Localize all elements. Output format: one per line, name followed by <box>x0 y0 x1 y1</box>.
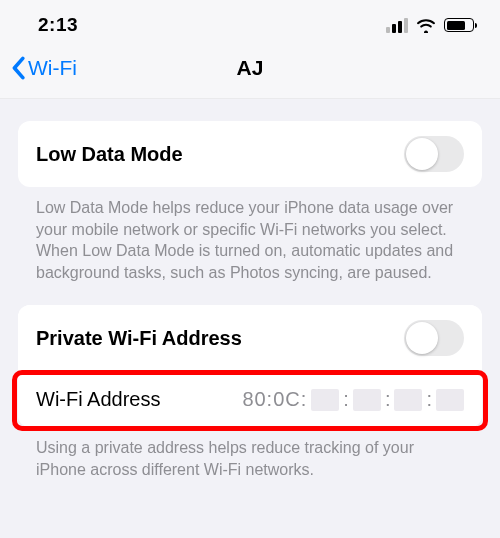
chevron-left-icon <box>10 56 26 80</box>
card-private-address: Private Wi-Fi Address Wi-Fi Address 80:0… <box>18 305 482 427</box>
row-label-wifi-address: Wi-Fi Address <box>36 388 160 411</box>
mac-sep: : <box>343 388 349 411</box>
mac-redacted-octet <box>353 389 381 411</box>
wifi-mac-address-value: 80:0C: : : : <box>242 388 464 411</box>
mac-sep: : <box>426 388 432 411</box>
row-low-data-mode: Low Data Mode <box>18 121 482 187</box>
back-button[interactable]: Wi-Fi <box>10 56 77 80</box>
status-time: 2:13 <box>38 14 78 36</box>
mac-sep: : <box>385 388 391 411</box>
group-low-data: Low Data Mode Low Data Mode helps reduce… <box>18 121 482 283</box>
status-icons <box>386 17 474 33</box>
row-private-wifi-address: Private Wi-Fi Address <box>18 305 482 371</box>
row-label-low-data: Low Data Mode <box>36 143 183 166</box>
mac-prefix: 80:0C: <box>242 388 307 411</box>
nav-header: Wi-Fi AJ <box>0 46 500 99</box>
toggle-knob <box>406 322 438 354</box>
status-bar: 2:13 <box>0 0 500 46</box>
back-label: Wi-Fi <box>28 56 77 80</box>
toggle-knob <box>406 138 438 170</box>
toggle-private-wifi-address[interactable] <box>404 320 464 356</box>
toggle-low-data-mode[interactable] <box>404 136 464 172</box>
footer-private-address: Using a private address helps reduce tra… <box>18 427 482 480</box>
group-private-address: Private Wi-Fi Address Wi-Fi Address 80:0… <box>18 305 482 480</box>
mac-redacted-octet <box>436 389 464 411</box>
battery-icon <box>444 18 474 32</box>
mac-redacted-octet <box>394 389 422 411</box>
cellular-signal-icon <box>386 18 408 33</box>
card-low-data: Low Data Mode <box>18 121 482 187</box>
row-label-private-wifi: Private Wi-Fi Address <box>36 327 242 350</box>
mac-redacted-octet <box>311 389 339 411</box>
row-wifi-address: Wi-Fi Address 80:0C: : : : <box>18 371 482 427</box>
page-title: AJ <box>237 56 264 80</box>
footer-low-data: Low Data Mode helps reduce your iPhone d… <box>18 187 482 283</box>
wifi-icon <box>416 17 436 33</box>
